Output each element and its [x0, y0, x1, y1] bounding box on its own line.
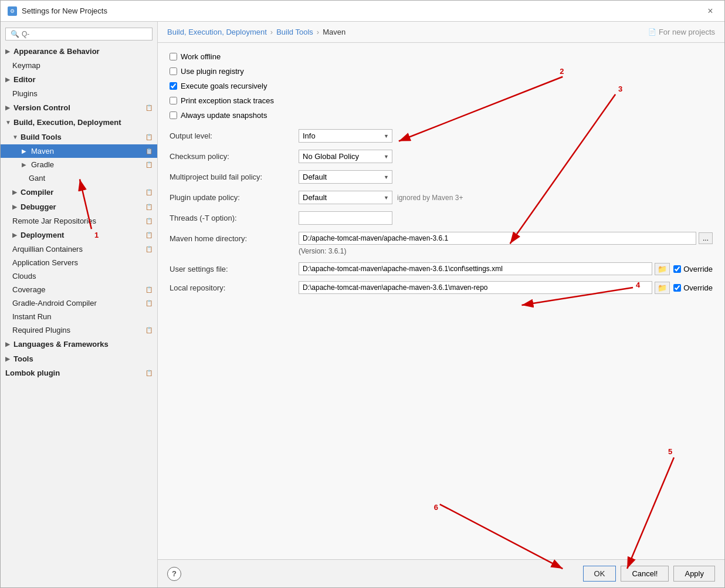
output-level-select-wrapper[interactable]: Info Debug Warn Error: [299, 129, 392, 143]
local-repo-label: Local repository:: [170, 283, 299, 292]
sidebar-item-compiler[interactable]: ▶ Compiler 📋: [1, 185, 157, 200]
sidebar-item-gradle-android[interactable]: Gradle-Android Compiler 📋: [1, 296, 157, 310]
sidebar-item-build-tools[interactable]: ▼ Build Tools 📋: [1, 130, 157, 144]
print-exception-label: Print exception stack traces: [181, 96, 274, 105]
sidebar-label-deployment: Deployment: [21, 231, 64, 239]
chevron-right-icon-compiler: ▶: [12, 189, 19, 195]
settings-content: Work offline Use plugin registry Execute…: [158, 43, 724, 559]
checksum-policy-select[interactable]: No Global Policy Ignore Warn Fail: [299, 150, 392, 163]
coverage-icon: 📋: [145, 286, 153, 293]
checkbox-always-update[interactable]: Always update snapshots: [170, 111, 713, 120]
execute-goals-checkbox[interactable]: [170, 82, 177, 90]
remote-jar-icon: 📋: [145, 218, 153, 224]
multiproject-fail-policy-label: Multiproject build fail policy:: [170, 173, 299, 181]
sidebar-label-debugger: Debugger: [21, 202, 56, 211]
sidebar-item-app-servers[interactable]: Application Servers: [1, 256, 157, 269]
checkbox-print-exception[interactable]: Print exception stack traces: [170, 96, 713, 105]
app-icon: ⚙: [8, 6, 17, 16]
local-repo-override-checkbox[interactable]: [673, 284, 681, 292]
local-repo-row: Local repository: 📁 Override: [170, 281, 713, 294]
close-button[interactable]: ×: [703, 4, 717, 18]
breadcrumb-part-2: Build Tools: [276, 28, 313, 36]
cancel-button[interactable]: Cancel!: [621, 566, 669, 582]
work-offline-checkbox[interactable]: [170, 53, 177, 60]
sidebar-label-editor: Editor: [13, 75, 36, 84]
checkbox-work-offline[interactable]: Work offline: [170, 52, 713, 61]
maven-icon: 📋: [145, 148, 153, 154]
sidebar-item-version-control[interactable]: ▶ Version Control 📋: [1, 100, 157, 115]
settings-dialog: ⚙ Settings for New Projects × 🔍 ▶ Appear…: [0, 0, 725, 588]
apply-button[interactable]: Apply: [673, 566, 715, 582]
sidebar-item-instant-run[interactable]: Instant Run: [1, 310, 157, 323]
build-tools-icon: 📋: [145, 134, 153, 140]
search-box[interactable]: 🔍: [5, 28, 153, 40]
multiproject-fail-select-wrapper[interactable]: Default Fail At End Fail Fast Never: [299, 170, 392, 184]
checksum-policy-select-wrapper[interactable]: No Global Policy Ignore Warn Fail: [299, 150, 392, 163]
sidebar-item-build-execution[interactable]: ▼ Build, Execution, Deployment: [1, 115, 157, 130]
sidebar-item-appearance[interactable]: ▶ Appearance & Behavior: [1, 44, 157, 59]
sidebar-label-build-tools: Build Tools: [21, 133, 62, 141]
sidebar-item-maven[interactable]: ▶ Maven 📋: [1, 144, 157, 158]
sidebar-item-required-plugins[interactable]: Required Plugins 📋: [1, 323, 157, 337]
always-update-checkbox[interactable]: [170, 111, 177, 119]
sidebar-label-tools: Tools: [13, 354, 33, 363]
multiproject-fail-select[interactable]: Default Fail At End Fail Fast Never: [299, 170, 392, 184]
sidebar-item-gradle[interactable]: ▶ Gradle 📋: [1, 158, 157, 171]
sidebar-label-appearance: Appearance & Behavior: [13, 47, 100, 56]
user-settings-input[interactable]: [299, 262, 652, 275]
user-settings-override[interactable]: Override: [673, 265, 713, 273]
maven-home-input[interactable]: [299, 232, 696, 245]
checkbox-execute-goals[interactable]: Execute goals recursively: [170, 82, 713, 90]
sidebar-label-gradle: Gradle: [31, 160, 54, 169]
threads-input[interactable]: [299, 211, 392, 225]
sidebar-label-arquillian: Arquillian Containers: [12, 245, 83, 254]
dialog-title: Settings for New Projects: [22, 6, 107, 15]
sidebar-item-debugger[interactable]: ▶ Debugger 📋: [1, 200, 157, 214]
breadcrumb: Build, Execution, Deployment › Build Too…: [158, 22, 724, 43]
sidebar-item-tools[interactable]: ▶ Tools: [1, 352, 157, 366]
sidebar-label-plugins: Plugins: [12, 89, 38, 98]
sidebar-item-remote-jar[interactable]: Remote Jar Repositories 📋: [1, 214, 157, 228]
sidebar-item-lombok[interactable]: Lombok plugin 📋: [1, 366, 157, 380]
sidebar-item-deployment[interactable]: ▶ Deployment 📋: [1, 228, 157, 242]
sidebar-label-clouds: Clouds: [12, 272, 36, 281]
local-repo-browse-button[interactable]: 📁: [655, 282, 670, 294]
sidebar-item-editor[interactable]: ▶ Editor: [1, 72, 157, 87]
plugin-update-select[interactable]: Default Force Update Never: [299, 191, 392, 204]
ok-button[interactable]: OK: [583, 566, 616, 582]
local-repo-override[interactable]: Override: [673, 283, 713, 292]
help-button[interactable]: ?: [167, 567, 181, 581]
breadcrumb-sep-1: ›: [270, 28, 273, 36]
plugin-update-select-wrapper[interactable]: Default Force Update Never: [299, 191, 392, 204]
multiproject-fail-policy-row: Multiproject build fail policy: Default …: [170, 170, 713, 184]
output-level-label: Output level:: [170, 131, 299, 140]
sidebar-item-languages[interactable]: ▶ Languages & Frameworks: [1, 337, 157, 352]
local-repo-input[interactable]: [299, 281, 652, 294]
user-settings-override-checkbox[interactable]: [673, 265, 681, 273]
lombok-icon: 📋: [145, 370, 153, 376]
compiler-icon: 📋: [145, 189, 153, 195]
sidebar-item-plugins[interactable]: Plugins: [1, 87, 157, 100]
sidebar-item-arquillian[interactable]: Arquillian Containers 📋: [1, 242, 157, 256]
use-plugin-label: Use plugin registry: [181, 67, 244, 76]
sidebar-label-gant: Gant: [29, 174, 45, 183]
output-level-select[interactable]: Info Debug Warn Error: [299, 129, 392, 143]
use-plugin-registry-checkbox[interactable]: [170, 67, 177, 75]
chevron-right-icon-lang: ▶: [5, 341, 12, 347]
sidebar-item-keymap[interactable]: Keymap: [1, 59, 157, 72]
threads-row: Threads (-T option):: [170, 211, 713, 225]
checkbox-use-plugin-registry[interactable]: Use plugin registry: [170, 67, 713, 76]
sidebar-item-gant[interactable]: Gant: [1, 171, 157, 185]
execute-goals-label: Execute goals recursively: [181, 82, 267, 90]
sidebar-label-instant-run: Instant Run: [12, 312, 52, 321]
breadcrumb-note: 📄 For new projects: [648, 28, 715, 36]
search-input[interactable]: [22, 30, 147, 38]
user-settings-browse-button[interactable]: 📁: [655, 263, 670, 275]
sidebar-item-clouds[interactable]: Clouds: [1, 269, 157, 283]
maven-home-browse-button[interactable]: ...: [699, 232, 713, 244]
chevron-right-icon-vc: ▶: [5, 104, 12, 111]
sidebar-label-build-execution: Build, Execution, Deployment: [13, 118, 121, 127]
sidebar-item-coverage[interactable]: Coverage 📋: [1, 283, 157, 296]
sidebar-label-required-plugins: Required Plugins: [12, 326, 70, 334]
print-exception-checkbox[interactable]: [170, 97, 177, 104]
